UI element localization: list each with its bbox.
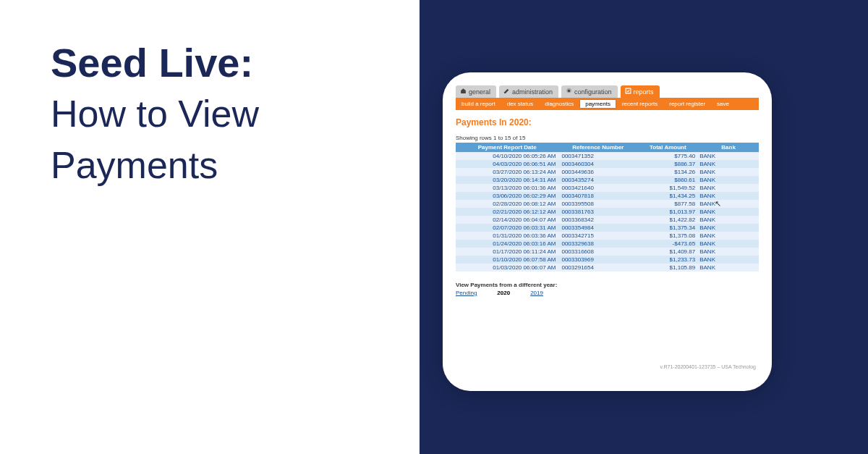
cell-date: 03/06/2020 06:02:29 AM — [456, 192, 558, 200]
cell-amount: $1,013.97 — [637, 208, 698, 216]
year-option[interactable]: 2019 — [530, 290, 543, 296]
cell-date: 01/03/2020 06:06:07 AM — [456, 264, 558, 272]
table-row[interactable]: 02/21/2020 06:12:12 AM0003381763$1,013.9… — [456, 208, 759, 216]
cell-reference: 0003395508 — [558, 200, 637, 208]
secondary-nav: build a report dex status diagnostics pa… — [456, 98, 759, 110]
cell-bank: BANK — [698, 232, 759, 240]
table-row[interactable]: 01/17/2020 06:11:24 AM0003316608$1,409.8… — [456, 248, 759, 256]
cell-bank: BANK — [698, 192, 759, 200]
cell-reference: 0003342715 — [558, 232, 637, 240]
cell-reference: 0003354984 — [558, 224, 637, 232]
col-header-reference[interactable]: Reference Number — [558, 143, 637, 152]
app-screenshot: general administration configuration rep… — [443, 72, 772, 391]
cell-date: 01/17/2020 06:11:24 AM — [456, 248, 558, 256]
col-header-date[interactable]: Payment Report Date — [456, 143, 558, 152]
cell-reference: 0003421640 — [558, 184, 637, 192]
table-row[interactable]: 01/31/2020 06:03:36 AM0003342715$1,375.0… — [456, 232, 759, 240]
cell-date: 01/10/2020 06:07:58 AM — [456, 256, 558, 264]
year-option[interactable]: Pending — [456, 290, 477, 296]
cell-amount: $877.58 — [637, 200, 698, 208]
year-option: 2020 — [497, 290, 510, 296]
cell-date: 01/31/2020 06:03:36 AM — [456, 232, 558, 240]
subnav-save[interactable]: save — [711, 99, 735, 109]
table-row[interactable]: 03/06/2020 06:02:29 AM0003407818$1,434.2… — [456, 192, 759, 200]
footer-version: v.R71-20200401-123735 – USA Technolog — [660, 364, 756, 369]
tab-label: configuration — [574, 88, 612, 96]
cell-reference: 0003291654 — [558, 264, 637, 272]
primary-tabs: general administration configuration rep… — [456, 85, 759, 98]
table-row[interactable]: 01/10/2020 06:07:58 AM0003303969$1,233.7… — [456, 256, 759, 264]
tab-general[interactable]: general — [456, 85, 496, 98]
cell-bank: BANK — [698, 216, 759, 224]
cell-reference: 0003460304 — [558, 160, 637, 168]
cell-bank: BANK — [698, 240, 759, 248]
gear-icon — [566, 88, 572, 96]
cell-date: 02/07/2020 06:03:31 AM — [456, 224, 558, 232]
tab-administration[interactable]: administration — [499, 85, 558, 98]
col-header-bank[interactable]: Bank — [698, 143, 759, 152]
cell-date: 04/10/2020 06:05:26 AM — [456, 152, 558, 160]
cell-bank: BANK — [698, 264, 759, 272]
subnav-recent-reports[interactable]: recent reports — [616, 99, 663, 109]
cell-bank: BANK — [698, 224, 759, 232]
cell-amount: $1,409.87 — [637, 248, 698, 256]
table-row[interactable]: 04/03/2020 06:06:51 AM0003460304$886.37B… — [456, 160, 759, 168]
subnav-build-report[interactable]: build a report — [456, 99, 501, 109]
cell-reference: 0003316608 — [558, 248, 637, 256]
cell-reference: 0003471352 — [558, 152, 637, 160]
cell-amount: $1,375.34 — [637, 224, 698, 232]
cell-date: 03/20/2020 06:14:31 AM — [456, 176, 558, 184]
cell-bank: BANK — [698, 176, 759, 184]
subnav-report-register[interactable]: report register — [663, 99, 711, 109]
cell-amount: $1,105.89 — [637, 264, 698, 272]
cell-reference: 0003435274 — [558, 176, 637, 184]
subnav-payments[interactable]: payments — [579, 99, 616, 109]
cell-amount: $134.26 — [637, 168, 698, 176]
hero-text-block: Seed Live: How to View Payments — [51, 40, 259, 189]
table-row[interactable]: 03/13/2020 06:01:36 AM0003421640$1,549.5… — [456, 184, 759, 192]
cell-date: 03/13/2020 06:01:36 AM — [456, 184, 558, 192]
cell-bank: BANK — [698, 160, 759, 168]
cell-reference: 0003368342 — [558, 216, 637, 224]
cell-amount: -$473.65 — [637, 240, 698, 248]
table-row[interactable]: 02/14/2020 06:04:07 AM0003368342$1,422.8… — [456, 216, 759, 224]
cell-date: 02/28/2020 06:08:12 AM — [456, 200, 558, 208]
cell-bank: BANK — [698, 184, 759, 192]
col-header-amount[interactable]: Total Amount — [637, 143, 698, 152]
table-row[interactable]: 02/28/2020 06:08:12 AM0003395508$877.58B… — [456, 200, 759, 208]
table-row[interactable]: 03/27/2020 06:13:24 AM0003449636$134.26B… — [456, 168, 759, 176]
edit-icon — [503, 88, 510, 96]
year-links: Pending20202019 — [456, 290, 759, 296]
payments-table: Payment Report Date Reference Number Tot… — [456, 143, 759, 272]
cell-reference: 0003303969 — [558, 256, 637, 264]
table-row[interactable]: 03/20/2020 06:14:31 AM0003435274$860.61B… — [456, 176, 759, 184]
cell-bank: BANK — [698, 248, 759, 256]
cell-bank: BANK — [698, 168, 759, 176]
cell-date: 01/24/2020 06:03:16 AM — [456, 240, 558, 248]
cell-amount: $886.37 — [637, 160, 698, 168]
page-title: Payments In 2020: — [456, 117, 759, 127]
cell-bank: BANK — [698, 152, 759, 160]
cursor-icon: ↖ — [715, 199, 721, 209]
tab-reports[interactable]: reports — [621, 85, 660, 98]
hero-title: Seed Live: — [51, 40, 259, 86]
year-switch-label: View Payments from a different year: — [456, 282, 759, 288]
cell-amount: $1,434.25 — [637, 192, 698, 200]
table-row[interactable]: 04/10/2020 06:05:26 AM0003471352$775.40B… — [456, 152, 759, 160]
cell-bank: BANK — [698, 256, 759, 264]
tab-configuration[interactable]: configuration — [561, 85, 618, 98]
subnav-diagnostics[interactable]: diagnostics — [539, 99, 579, 109]
cell-amount: $860.61 — [637, 176, 698, 184]
cell-amount: $1,422.82 — [637, 216, 698, 224]
tab-label: administration — [512, 88, 553, 96]
subnav-dex-status[interactable]: dex status — [501, 99, 539, 109]
cell-reference: 0003329638 — [558, 240, 637, 248]
tab-label: general — [469, 88, 490, 96]
table-row[interactable]: 01/03/2020 06:06:07 AM0003291654$1,105.8… — [456, 264, 759, 272]
row-summary: Showing rows 1 to 15 of 15 — [456, 135, 759, 141]
table-row[interactable]: 01/24/2020 06:03:16 AM0003329638-$473.65… — [456, 240, 759, 248]
table-row[interactable]: 02/07/2020 06:03:31 AM0003354984$1,375.3… — [456, 224, 759, 232]
cell-reference: 0003449636 — [558, 168, 637, 176]
cell-date: 04/03/2020 06:06:51 AM — [456, 160, 558, 168]
hero-subtitle-line2: Payments — [51, 142, 259, 189]
